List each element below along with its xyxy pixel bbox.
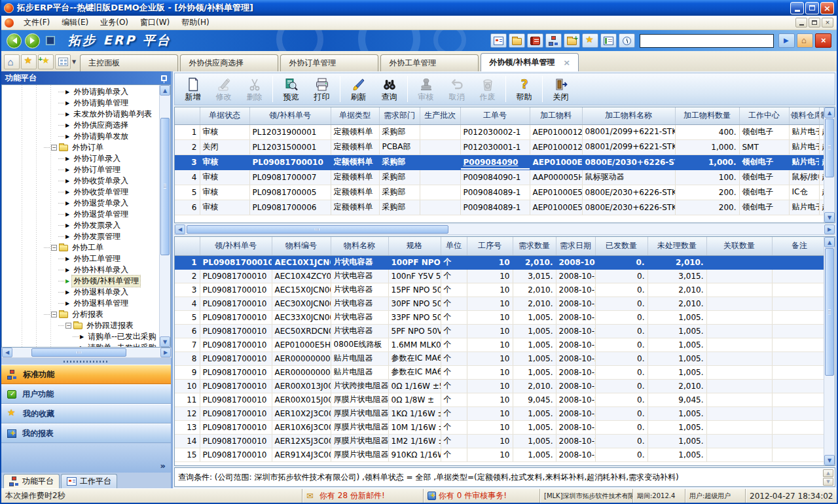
cell[interactable]: 个 bbox=[441, 338, 467, 351]
tree-item[interactable]: ▶外协补料单录入 bbox=[2, 264, 159, 276]
cell[interactable]: 2,010. bbox=[647, 283, 706, 297]
cell[interactable]: PL09081700010 bbox=[200, 434, 272, 448]
cell[interactable]: 1,005. bbox=[513, 406, 556, 420]
cell[interactable]: 0800E/2030+6226-STK bbox=[582, 185, 675, 200]
cell[interactable]: 2,010. bbox=[647, 379, 706, 393]
cell[interactable]: 1,005. bbox=[647, 324, 706, 338]
tree-collapse-icon[interactable]: − bbox=[51, 245, 57, 251]
cell[interactable] bbox=[772, 351, 827, 365]
scroll-up-button[interactable]: ▲ bbox=[160, 85, 170, 96]
cell[interactable]: 贴片电子仓 bbox=[789, 200, 819, 215]
cell[interactable]: AEP0100012533 bbox=[530, 139, 582, 154]
column-header-已发数量[interactable]: 已发数量 bbox=[595, 237, 647, 255]
menu-item[interactable]: 窗口(W) bbox=[134, 16, 175, 29]
home-button[interactable] bbox=[4, 54, 20, 69]
column-header-领/补料单号[interactable]: 领/补料单号 bbox=[200, 237, 272, 255]
column-header-需求部门[interactable]: 需求部门 bbox=[379, 107, 420, 124]
tree-collapse-icon[interactable]: − bbox=[51, 145, 57, 151]
toolbar-关闭-button[interactable]: 关闭 bbox=[545, 75, 576, 104]
scroll-down-button[interactable]: ▼ bbox=[160, 336, 170, 347]
cell[interactable]: 0800E/2030+6226-STK bbox=[582, 154, 675, 170]
close-red-button[interactable] bbox=[815, 33, 831, 48]
cell[interactable]: 5 bbox=[175, 185, 200, 200]
cell[interactable]: 采购部 bbox=[379, 124, 420, 139]
cell[interactable]: 厚膜片状电阻器 bbox=[331, 448, 388, 461]
cell[interactable] bbox=[772, 365, 827, 379]
cell[interactable] bbox=[772, 434, 827, 448]
column-header-rownum[interactable] bbox=[175, 237, 200, 255]
cell[interactable]: 10 bbox=[467, 297, 513, 310]
tree-item[interactable]: ▶外协退货单管理 bbox=[2, 209, 159, 220]
cell[interactable] bbox=[706, 379, 772, 393]
cell[interactable]: 2008-10-24 bbox=[556, 365, 595, 379]
cell[interactable]: 8 bbox=[175, 351, 200, 365]
cell[interactable]: 2,010. bbox=[513, 255, 556, 269]
column-header-单据类型[interactable]: 单据类型 bbox=[331, 107, 379, 124]
cell[interactable]: 1,000. bbox=[675, 139, 739, 154]
cell[interactable]: 9,045. bbox=[513, 393, 556, 406]
cell[interactable]: 2,010. bbox=[647, 255, 706, 269]
order-grid-vertical-scrollbar[interactable]: ▲ ▼ bbox=[824, 107, 835, 223]
cell[interactable]: 2008-10-24 bbox=[556, 283, 595, 297]
cell[interactable]: 08001/2099+6221-STK(大) bbox=[582, 124, 675, 139]
cell[interactable] bbox=[772, 310, 827, 324]
cell[interactable]: 0. bbox=[595, 434, 647, 448]
column-header-rownum[interactable] bbox=[175, 107, 200, 124]
cell[interactable] bbox=[772, 324, 827, 338]
cell[interactable]: 10 bbox=[467, 310, 513, 324]
cell[interactable]: 1M2 1/16W ±5 bbox=[388, 434, 441, 448]
scroll-down-button[interactable]: ▼ bbox=[824, 455, 835, 465]
cell[interactable] bbox=[706, 297, 772, 310]
cell[interactable]: PL09081700005 bbox=[249, 185, 331, 200]
cell[interactable]: P009084089-1 bbox=[460, 200, 530, 215]
home-exit-button[interactable] bbox=[797, 33, 813, 48]
scrollbar-thumb[interactable] bbox=[825, 248, 834, 376]
cell[interactable] bbox=[420, 154, 460, 170]
cell[interactable]: 个 bbox=[441, 269, 467, 283]
tree-item[interactable]: −分析报表 bbox=[2, 309, 159, 320]
cell[interactable]: 2008-10-24 bbox=[556, 310, 595, 324]
pin-icon[interactable] bbox=[161, 75, 167, 81]
back-button[interactable] bbox=[7, 33, 22, 48]
cell[interactable]: 个 bbox=[441, 434, 467, 448]
column-header-加工物料数量[interactable]: 加工物料数量 bbox=[675, 107, 739, 124]
cell[interactable]: 10 bbox=[467, 338, 513, 351]
tree-item[interactable]: ▶外协发票管理 bbox=[2, 231, 159, 242]
mdi-close-button[interactable]: × bbox=[822, 18, 833, 27]
cell[interactable]: 2 bbox=[175, 139, 200, 154]
cell[interactable]: PL09081700010 bbox=[200, 338, 272, 351]
cell[interactable]: 0. bbox=[595, 338, 647, 351]
cell[interactable]: PL09081700010 bbox=[200, 283, 272, 297]
cell[interactable]: AEP0100012533 bbox=[530, 124, 582, 139]
cell[interactable]: 厚膜片状电阻器 bbox=[331, 434, 388, 448]
cell[interactable]: 个 bbox=[441, 324, 467, 338]
column-header-领料仓库[interactable]: 领料仓库 bbox=[789, 107, 819, 124]
cell[interactable]: AEP01000E5H2403 bbox=[530, 200, 582, 215]
cell[interactable]: 1,005. bbox=[647, 365, 706, 379]
cell[interactable] bbox=[772, 283, 827, 297]
tab-外协订单管理[interactable]: 外协订单管理 bbox=[280, 54, 378, 71]
cell[interactable]: P012030002-1 bbox=[460, 124, 530, 139]
cell[interactable]: 领创电子 bbox=[739, 185, 789, 200]
cell[interactable]: 贴片电子仓 bbox=[789, 154, 819, 170]
cell[interactable]: 采购部 bbox=[379, 185, 420, 200]
mdi-restore-button[interactable] bbox=[809, 18, 820, 27]
spin-down-button[interactable]: ▼ bbox=[823, 478, 833, 486]
toolbar-刷新-button[interactable]: 刷新 bbox=[343, 75, 374, 104]
cell[interactable]: AER00X015J00 bbox=[272, 393, 331, 406]
tree-item[interactable]: ▶外协请购单管理 bbox=[2, 98, 159, 109]
cell[interactable]: 2008-10-24 bbox=[556, 324, 595, 338]
menu-item[interactable]: 帮助(H) bbox=[175, 16, 215, 29]
contact-card-button[interactable] bbox=[600, 33, 617, 48]
cell[interactable]: PL09081700010 bbox=[200, 448, 272, 461]
cell[interactable]: PL09081700010 bbox=[200, 324, 272, 338]
cell[interactable]: 10 bbox=[467, 379, 513, 393]
cell[interactable]: PL09081700010 bbox=[200, 255, 272, 269]
cell[interactable]: 10 bbox=[467, 434, 513, 448]
cell[interactable]: 参数在IC MA62 bbox=[388, 365, 441, 379]
cell[interactable]: 0. bbox=[595, 283, 647, 297]
cell[interactable]: 9 bbox=[175, 365, 200, 379]
table-row[interactable]: 8PL09081700010AER000000000贴片电阻器参数在IC MA6… bbox=[175, 351, 827, 365]
tree-item[interactable]: ▶外协收货单录入 bbox=[2, 175, 159, 187]
cell[interactable]: 0Ω 1/8W ± bbox=[388, 393, 441, 406]
